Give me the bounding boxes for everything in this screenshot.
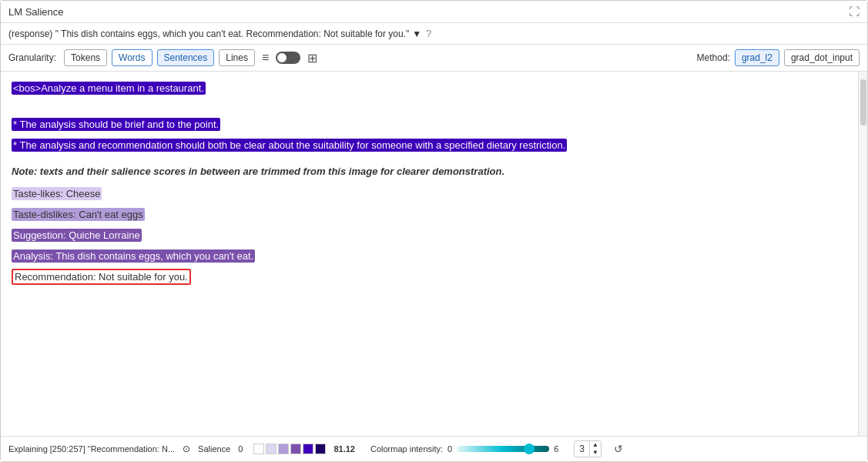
toggle-switch[interactable]	[276, 52, 300, 64]
toggle-container[interactable]	[276, 52, 300, 64]
colormap-min: 0	[447, 444, 452, 454]
title-bar: LM Salience ⛶	[1, 1, 867, 23]
lower-line-4: Analysis: This dish contains eggs, which…	[12, 249, 847, 265]
tab-tokens[interactable]: Tokens	[64, 49, 107, 66]
refresh-icon[interactable]: ↺	[614, 443, 623, 455]
lm-salience-window: LM Salience ⛶ (response) " This dish con…	[0, 0, 868, 462]
highlight-taste-likes[interactable]: Taste-likes: Cheese	[12, 187, 102, 200]
sal-box-3	[290, 444, 301, 454]
grid-icon[interactable]: ⊞	[305, 51, 320, 65]
expand-icon[interactable]: ⛶	[849, 5, 860, 18]
salience-min: 0	[238, 444, 243, 454]
spinner-down[interactable]: ▼	[590, 449, 601, 457]
lower-line-2: Taste-dislikes: Can't eat eggs	[12, 207, 847, 223]
method-label: Method:	[697, 52, 730, 63]
text-line-1: <bos>Analyze a menu item in a restaurant…	[12, 81, 847, 97]
explaining-text: Explaining [250:257] "Recommendation: N.…	[8, 444, 175, 454]
tab-sentences[interactable]: Sentences	[157, 49, 215, 66]
colormap-slider-track[interactable]	[457, 446, 549, 452]
scroll-thumb[interactable]	[860, 79, 866, 126]
spinner-value: 3	[575, 441, 590, 457]
tab-lines[interactable]: Lines	[219, 49, 255, 66]
lower-line-5: Recommendation: Not suitable for you.	[12, 270, 847, 286]
sal-box-4	[303, 444, 313, 454]
text-area: <bos>Analyze a menu item in a restaurant…	[1, 72, 858, 436]
highlight-suggestion[interactable]: Suggestion: Quiche Lorraine	[12, 229, 142, 242]
granularity-label: Granularity:	[8, 52, 56, 63]
lower-line-3: Suggestion: Quiche Lorraine	[12, 228, 847, 244]
help-icon[interactable]: ?	[426, 28, 431, 39]
colormap-section: Colormap intensity: 0 6	[370, 444, 558, 454]
salience-label: Salience	[198, 444, 230, 454]
sal-box-5	[315, 444, 326, 454]
salience-max: 81.12	[333, 444, 355, 454]
colormap-max: 6	[554, 444, 558, 454]
highlight-analysis-brief[interactable]: * The analysis should be brief and to th…	[12, 118, 220, 131]
method-section: Method: grad_l2 grad_dot_input	[697, 49, 860, 66]
list-icon[interactable]: ≡	[260, 51, 271, 65]
text-line-2: * The analysis should be brief and to th…	[12, 117, 847, 133]
method-grad-dot-input[interactable]: grad_dot_input	[784, 49, 860, 66]
text-line-blank	[12, 102, 847, 112]
tab-words[interactable]: Words	[112, 49, 152, 66]
highlight-taste-dislikes[interactable]: Taste-dislikes: Can't eat eggs	[12, 208, 145, 221]
note-text: Note: texts and their salience scores in…	[12, 166, 847, 177]
scrollbar[interactable]	[858, 72, 867, 436]
highlight-recommendation[interactable]: Recommendation: Not suitable for you.	[12, 269, 191, 285]
window-title: LM Salience	[8, 6, 64, 18]
highlight-analysis[interactable]: Analysis: This dish contains eggs, which…	[12, 249, 255, 263]
sal-box-2	[278, 444, 289, 454]
highlight-analysis-recommendation[interactable]: * The analysis and recommendation should…	[12, 139, 567, 152]
highlight-bos-analyze[interactable]: <bos>Analyze a menu item in a restaurant…	[12, 82, 206, 95]
spinner-up[interactable]: ▲	[590, 441, 601, 449]
response-bar: (response) " This dish contains eggs, wh…	[1, 23, 867, 45]
dropdown-arrow-icon[interactable]: ▼	[412, 28, 421, 39]
spinner-box: 3 ▲ ▼	[574, 440, 602, 457]
colormap-label: Colormap intensity:	[370, 444, 443, 454]
lower-line-1: Taste-likes: Cheese	[12, 186, 847, 203]
response-dropdown[interactable]: (response) " This dish contains eggs, wh…	[8, 28, 421, 39]
sal-box-1	[266, 444, 276, 454]
response-text: (response) " This dish contains eggs, wh…	[8, 28, 409, 39]
spinner-arrows: ▲ ▼	[590, 441, 601, 457]
salience-boxes	[253, 444, 326, 454]
toggle-knob	[277, 53, 287, 62]
text-line-3: * The analysis and recommendation should…	[12, 138, 847, 154]
clock-icon: ⊙	[183, 444, 190, 454]
colormap-slider-knob[interactable]	[524, 444, 535, 454]
sal-box-0	[253, 444, 264, 454]
method-grad-l2[interactable]: grad_l2	[735, 49, 779, 66]
granularity-bar: Granularity: Tokens Words Sentences Line…	[1, 45, 867, 72]
main-content: <bos>Analyze a menu item in a restaurant…	[1, 72, 867, 436]
status-bar: Explaining [250:257] "Recommendation: N.…	[1, 436, 867, 461]
